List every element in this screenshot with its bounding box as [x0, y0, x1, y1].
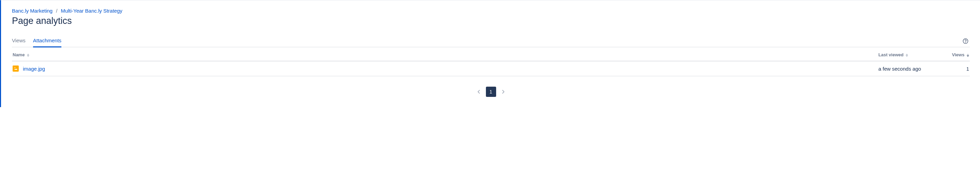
page-title: Page analytics [12, 16, 970, 26]
pagination: 1 [12, 87, 970, 97]
pagination-next[interactable] [498, 87, 508, 97]
tabs: Views Attachments [12, 35, 961, 47]
breadcrumb-separator: / [56, 8, 57, 14]
file-link[interactable]: image.jpg [23, 66, 45, 71]
column-header-views[interactable]: Views [939, 48, 970, 61]
breadcrumb: Banc.ly Marketing / Multi-Year Banc.ly S… [12, 8, 970, 14]
svg-point-1 [965, 42, 966, 43]
pagination-page-1[interactable]: 1 [486, 87, 496, 97]
svg-point-0 [963, 38, 968, 43]
table-row: image.jpg a few seconds ago 1 [12, 61, 970, 76]
sort-icon [967, 54, 969, 57]
tab-views[interactable]: Views [12, 35, 25, 48]
help-icon[interactable] [961, 37, 970, 45]
image-file-icon [13, 65, 19, 71]
breadcrumb-link-page[interactable]: Multi-Year Banc.ly Strategy [61, 8, 122, 14]
sort-icon [27, 54, 29, 57]
cell-last-viewed: a few seconds ago [878, 61, 939, 76]
column-header-name[interactable]: Name [12, 48, 878, 61]
chevron-right-icon [500, 89, 506, 95]
breadcrumb-link-space[interactable]: Banc.ly Marketing [12, 8, 52, 14]
attachments-table: Name Last viewed Views [12, 48, 970, 76]
tab-attachments[interactable]: Attachments [33, 35, 61, 48]
sort-icon [906, 54, 908, 57]
cell-views: 1 [939, 61, 970, 76]
pagination-prev[interactable] [474, 87, 484, 97]
svg-point-2 [15, 68, 15, 68]
chevron-left-icon [476, 89, 482, 95]
column-header-last-viewed[interactable]: Last viewed [878, 48, 939, 61]
